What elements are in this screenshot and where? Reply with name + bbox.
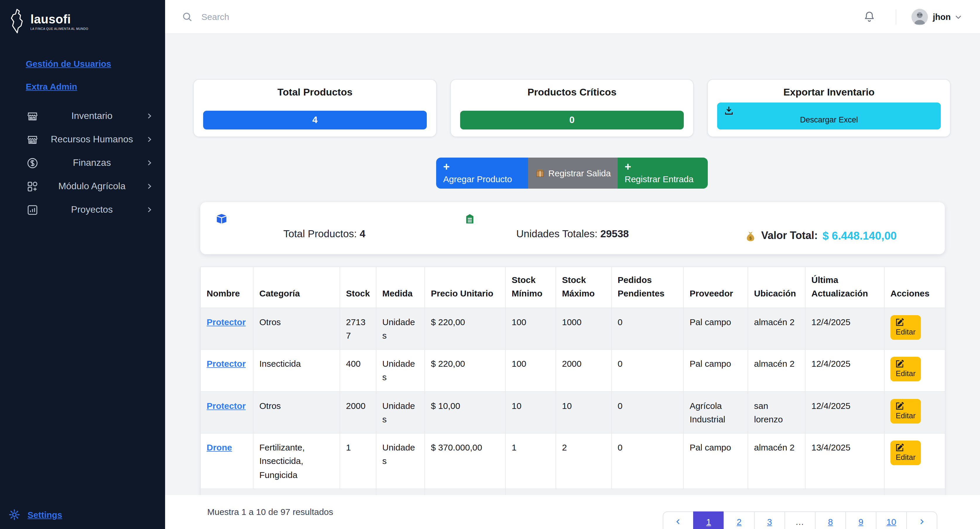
summary-value-amount: $ 6.448.140,00: [822, 229, 897, 242]
previous-page-button[interactable]: [663, 511, 694, 529]
cell-ubicacion: san lorenzo: [748, 391, 805, 433]
svg-text:$: $: [749, 235, 752, 240]
cell-medida: Unidades: [376, 391, 425, 433]
summary-total-products: Total Productos: 4: [200, 202, 449, 254]
product-name-link[interactable]: Protector: [207, 400, 246, 410]
pagination: 123…8910: [663, 511, 937, 529]
chevron-left-icon: [675, 518, 682, 525]
column-header: Ubicación: [748, 267, 805, 308]
chevron-right-icon: [145, 135, 153, 143]
plus-icon: +: [625, 161, 701, 172]
column-header: Acciones: [884, 267, 945, 308]
sidebar-link-extra-admin[interactable]: Extra Admin: [26, 81, 165, 91]
sidebar-item-label: Finanzas: [39, 158, 145, 168]
edit-button[interactable]: Editar: [891, 315, 921, 339]
cell-nombre: Drone: [200, 433, 253, 489]
sidebar-item-label: Recursos Humanos: [39, 134, 145, 145]
avatar[interactable]: [912, 8, 928, 25]
page-button-1[interactable]: 1: [693, 511, 724, 529]
next-page-button[interactable]: [906, 511, 937, 529]
cell-stock: 1: [340, 433, 376, 489]
total-products-bar: 4: [203, 111, 427, 129]
inventory-app: lausofi LA FINCA QUE ALIMENTA AL MUNDO G…: [0, 0, 980, 529]
cell-proveedor: Pal campo: [684, 349, 748, 391]
cell-categoria: Fertilizante, Insecticida, Fungicida: [253, 433, 340, 489]
column-header: Proveedor: [684, 267, 748, 308]
edit-button[interactable]: Editar: [891, 399, 921, 423]
cell-categoria: Insecticida: [253, 349, 340, 391]
cell-stock_max: 1000: [556, 308, 611, 349]
search-input[interactable]: [200, 11, 528, 22]
column-header: Última Actualización: [805, 267, 884, 308]
warehouse-icon: [464, 213, 476, 225]
sidebar-item-finanzas[interactable]: Finanzas: [0, 151, 165, 175]
register-entry-button[interactable]: + Registrar Entrada: [617, 158, 708, 189]
username[interactable]: jhon: [933, 12, 951, 21]
page-button-10[interactable]: 10: [876, 511, 907, 529]
summary-total-units: Unidades Totales: 29538: [449, 202, 697, 254]
card-productos-criticos: Productos Críticos 0: [450, 79, 694, 137]
cell-stock_max: 2: [556, 433, 611, 489]
edit-button[interactable]: Editar: [891, 441, 921, 465]
sidebar-item-recursos-humanos[interactable]: Recursos Humanos: [0, 128, 165, 151]
cell-nombre: Protector: [200, 349, 253, 391]
cell-pedidos: 0: [611, 349, 684, 391]
page-button-2[interactable]: 2: [724, 511, 755, 529]
chevron-right-icon: [918, 518, 926, 525]
product-name-link[interactable]: Protector: [207, 317, 246, 327]
summary-products-label: Total Productos:: [283, 228, 357, 240]
cell-acciones: Editar: [884, 308, 945, 349]
page-button-9[interactable]: 9: [845, 511, 877, 529]
chevron-right-icon: [145, 159, 153, 167]
summary-units-label: Unidades Totales:: [516, 228, 598, 240]
topbar-right: jhon: [863, 8, 980, 25]
brand-name: lausofi: [30, 13, 88, 25]
chevron-down-icon[interactable]: [954, 13, 963, 21]
page-button-3[interactable]: 3: [754, 511, 785, 529]
sidebar-item-proyectos[interactable]: Proyectos: [0, 198, 165, 221]
table-row: ProtectorInsecticida400Unidades$ 220,001…: [200, 349, 945, 391]
edit-icon: [896, 318, 904, 326]
column-header: Nombre: [200, 267, 253, 308]
settings-link[interactable]: Settings: [27, 510, 62, 519]
product-name-link[interactable]: Protector: [207, 359, 246, 368]
page-ellipsis[interactable]: …: [784, 511, 816, 529]
cell-acciones: Editar: [884, 433, 945, 489]
bell-icon[interactable]: [863, 10, 876, 23]
sidebar-item-inventario[interactable]: Inventario: [0, 104, 165, 128]
cell-pedidos: 0: [611, 308, 684, 349]
inventory-table-header-row: NombreCategoríaStockMedidaPrecio Unitari…: [200, 267, 945, 308]
edit-button[interactable]: Editar: [891, 357, 921, 381]
topbar-divider: [896, 9, 897, 24]
cell-proveedor: Pal campo: [684, 433, 748, 489]
sidebar-item-label: Inventario: [39, 111, 145, 121]
sidebar-item-label: Módulo Agrícola: [39, 181, 145, 191]
chevron-right-icon: [145, 182, 153, 190]
sidebar-link-gestion-usuarios[interactable]: Gestión de Usuarios: [26, 59, 165, 69]
cell-stock: 400: [340, 349, 376, 391]
summary-total-value: $ Valor Total: $ 6.448.140,00: [697, 202, 945, 254]
cell-stock_max: 2000: [556, 349, 611, 391]
download-excel-button[interactable]: Descargar Excel: [717, 102, 941, 129]
download-excel-label: Descargar Excel: [724, 115, 934, 124]
summary-value-label: Valor Total:: [761, 229, 818, 242]
chevron-right-icon: [145, 206, 153, 214]
storefront-icon: [26, 110, 39, 122]
cell-stock: 2000: [340, 391, 376, 433]
brand-logo: lausofi LA FINCA QUE ALIMENTA AL MUNDO: [0, 0, 165, 41]
chevron-right-icon: [145, 112, 153, 120]
cell-stock_min: 10: [506, 391, 556, 433]
cell-medida: Unidades: [376, 308, 425, 349]
product-name-link[interactable]: Drone: [207, 442, 232, 452]
register-exit-button[interactable]: Registrar Salida: [528, 158, 617, 189]
column-header: Medida: [376, 267, 425, 308]
sidebar-links: Gestión de Usuarios Extra Admin: [0, 41, 165, 91]
page-button-8[interactable]: 8: [815, 511, 846, 529]
add-product-button[interactable]: + Agregar Producto: [436, 158, 528, 189]
card-title: Exportar Inventario: [717, 87, 941, 99]
sidebar: lausofi LA FINCA QUE ALIMENTA AL MUNDO G…: [0, 0, 165, 529]
main-content: Total Productos 4 Productos Críticos 0 E…: [165, 34, 980, 529]
settings-row: Settings: [0, 508, 62, 521]
grid-plus-icon: [26, 180, 39, 193]
sidebar-item-modulo-agricola[interactable]: Módulo Agrícola: [0, 175, 165, 198]
